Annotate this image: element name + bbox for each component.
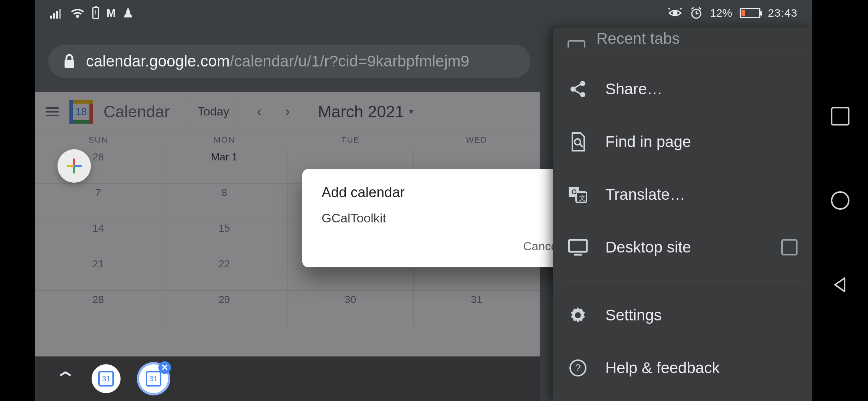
menu-divider — [564, 55, 801, 55]
nav-home-button[interactable] — [831, 191, 849, 210]
share-icon — [568, 79, 588, 100]
bottom-app-strip: ⌃ 31 31 ✕ — [35, 356, 540, 401]
url-text: calendar.google.com/calendar/u/1/r?cid=9… — [86, 52, 469, 70]
svg-text:?: ? — [575, 362, 581, 374]
android-nav-bar — [812, 0, 868, 401]
gmail-icon: M — [106, 7, 115, 19]
nav-back-button[interactable] — [831, 276, 849, 294]
svg-rect-15 — [573, 89, 583, 95]
vpn-key-icon: ♟ — [122, 6, 134, 20]
url-host: calendar.google.com — [86, 52, 230, 70]
app-chip-calendar[interactable]: 31 — [92, 364, 121, 393]
svg-line-17 — [580, 144, 583, 147]
svg-point-4 — [76, 15, 79, 18]
svg-point-24 — [575, 312, 581, 318]
browser-overflow-menu: Recent tabs Share… Find in page G文 Trans… — [553, 27, 812, 401]
nav-recents-button[interactable] — [831, 107, 849, 125]
dialog-body: GCalToolkit — [322, 211, 558, 225]
menu-divider — [564, 281, 801, 281]
wifi-icon — [70, 7, 85, 19]
svg-rect-14 — [573, 82, 583, 89]
menu-item-recent-tabs[interactable]: Recent tabs — [553, 27, 812, 48]
gear-icon — [568, 305, 588, 326]
svg-rect-3 — [59, 9, 61, 19]
battery-icon — [740, 8, 760, 18]
svg-rect-2 — [56, 11, 58, 19]
browser-omnibox[interactable]: calendar.google.com/calendar/u/1/r?cid=9… — [48, 45, 530, 78]
svg-marker-27 — [835, 278, 845, 291]
alarm-icon — [690, 7, 703, 19]
menu-item-share[interactable]: Share… — [553, 63, 812, 115]
url-path: /calendar/u/1/r?cid=9karbpfmlejm9 — [230, 52, 470, 70]
menu-label: Share… — [605, 80, 662, 98]
svg-text:G: G — [572, 188, 577, 196]
eye-icon — [668, 8, 683, 18]
svg-rect-10 — [65, 60, 74, 68]
lock-icon — [63, 54, 76, 69]
svg-point-16 — [575, 139, 581, 145]
battery-percent: 12% — [710, 7, 732, 19]
svg-text:文: 文 — [579, 194, 586, 202]
menu-label: Help & feedback — [605, 359, 720, 377]
menu-label: Settings — [605, 306, 662, 324]
menu-item-translate[interactable]: G文 Translate… — [553, 168, 812, 221]
menu-item-desktop-site[interactable]: Desktop site — [553, 221, 812, 274]
recent-tabs-icon — [568, 40, 585, 48]
desktop-icon — [568, 237, 588, 258]
menu-item-help[interactable]: ? Help & feedback — [553, 342, 812, 394]
create-event-fab[interactable] — [57, 149, 91, 183]
svg-rect-22 — [569, 240, 587, 252]
svg-rect-1 — [53, 13, 55, 19]
find-in-page-icon — [568, 131, 588, 152]
calendar-app-icon: 31 — [146, 371, 161, 387]
app-chip-calendar-active[interactable]: 31 ✕ — [139, 364, 168, 393]
help-icon: ? — [568, 358, 588, 378]
menu-label: Desktop site — [605, 238, 691, 256]
menu-label: Find in page — [605, 133, 691, 151]
calendar-app-icon: 31 — [98, 371, 114, 387]
close-chip-icon[interactable]: ✕ — [158, 361, 171, 374]
android-status-bar: ! M ♟ 12% 23:43 — [35, 0, 812, 26]
plus-icon — [67, 159, 82, 173]
add-calendar-dialog: Add calendar GCalToolkit Cance — [302, 169, 577, 267]
svg-point-5 — [673, 11, 677, 15]
svg-rect-0 — [50, 16, 52, 19]
menu-item-settings[interactable]: Settings — [553, 289, 812, 342]
translate-icon: G文 — [568, 184, 588, 205]
dialog-title: Add calendar — [322, 185, 558, 200]
status-clock: 23:43 — [768, 7, 798, 19]
svg-line-7 — [680, 8, 682, 9]
signal-icon — [50, 7, 63, 19]
battery-warning-icon: ! — [92, 7, 99, 19]
expand-strip-button[interactable]: ⌃ — [54, 368, 77, 389]
menu-item-find[interactable]: Find in page — [553, 115, 812, 168]
desktop-site-checkbox[interactable] — [781, 239, 798, 255]
menu-label: Recent tabs — [596, 30, 680, 48]
svg-line-6 — [668, 8, 670, 9]
menu-label: Translate… — [605, 186, 685, 203]
